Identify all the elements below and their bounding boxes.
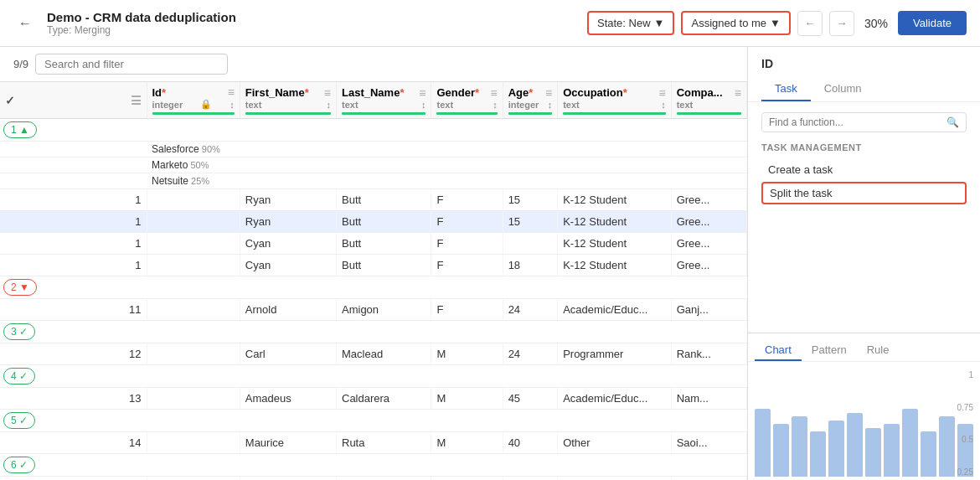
table-row: 12CarlMacleadM24ProgrammerRank...: [0, 343, 747, 365]
tab-task[interactable]: Task: [761, 77, 811, 101]
split-task-item[interactable]: Split the task: [761, 182, 967, 204]
forward-nav-button[interactable]: →: [829, 11, 854, 36]
chart-area: 1 0.75 0.5 0.25: [748, 367, 980, 480]
bar-10: [939, 416, 955, 477]
group-badge-6[interactable]: 6 ✓: [3, 457, 35, 473]
header-controls: State: New ▼ Assigned to me ▼ ← → 30% Va…: [587, 11, 967, 36]
cell-company: Gree...: [671, 255, 746, 276]
col-menu-gender[interactable]: ≡: [490, 86, 497, 100]
state-button[interactable]: State: New ▼: [587, 11, 674, 35]
bar-3: [810, 431, 826, 477]
cell-first: Ryan: [240, 189, 336, 211]
cell-company: Ganj...: [671, 299, 746, 321]
chart-tab-pattern[interactable]: Pattern: [802, 340, 857, 361]
col-header-gender: Gender* ≡ text ↕: [431, 82, 503, 119]
chart-tab-rule[interactable]: Rule: [857, 340, 900, 361]
col-menu-firstname[interactable]: ≡: [324, 86, 331, 100]
validate-button[interactable]: Validate: [898, 11, 967, 35]
tab-column[interactable]: Column: [811, 77, 875, 101]
chart-tabs: Chart Pattern Rule: [748, 340, 980, 362]
toolbar: 9/9: [0, 47, 747, 82]
search-icon: 🔍: [946, 116, 959, 128]
data-table: ✓ ☰ Id* ≡: [0, 82, 747, 480]
cell-id: [147, 432, 240, 454]
cell-id: [147, 388, 240, 410]
create-task-item[interactable]: Create a task: [761, 159, 967, 180]
cell-gender: M: [431, 388, 503, 410]
col-header-firstname: First_Name* ≡ text ↕: [240, 82, 336, 119]
cell-occupation: K-12 Student: [558, 211, 672, 233]
group-badge-5[interactable]: 5 ✓: [3, 412, 35, 429]
right-panel-top: ID Task Column 🔍 TASK MANAGEMENT Create …: [748, 47, 980, 333]
back-button[interactable]: ←: [13, 12, 37, 35]
group-badge-3[interactable]: 3 ✓: [3, 323, 35, 340]
find-function-wrapper[interactable]: 🔍: [761, 112, 967, 132]
table-row: 11ArnoldAmigonF24Academic/Educ...Ganj...: [0, 299, 747, 321]
cell-occupation: Academic/Educ...: [558, 299, 672, 321]
progress-indicator: 30%: [864, 17, 888, 30]
bar-4: [828, 421, 844, 477]
cell-age: 24: [503, 299, 558, 321]
cell-first: Arnold: [240, 299, 336, 321]
cell-gender: M: [431, 432, 503, 454]
cell-occupation: K-12 Student: [558, 189, 672, 211]
cell-id: [147, 255, 240, 276]
cell-id: [147, 233, 240, 255]
page-subtitle: Type: Merging: [47, 24, 587, 36]
cell-id: [147, 189, 240, 211]
chart-tab-chart[interactable]: Chart: [755, 340, 802, 361]
cell-company: Nam...: [671, 388, 746, 410]
cell-gender: M: [431, 343, 503, 365]
col-menu-occupation[interactable]: ≡: [658, 86, 665, 100]
cell-first: Carl: [240, 343, 336, 365]
cell-occupation: Executive/Man...: [558, 477, 672, 481]
table-row: 13AmadeusCaldareraM45Academic/Educ...Nam…: [0, 388, 747, 410]
bar-chart: [755, 370, 973, 477]
cell-age: 15: [503, 189, 558, 211]
find-function-input[interactable]: [769, 116, 946, 128]
col-menu-age[interactable]: ≡: [545, 86, 552, 100]
cell-last: Maclead: [337, 343, 431, 365]
col-menu-company[interactable]: ≡: [735, 86, 741, 100]
col-menu-id[interactable]: ≡: [228, 85, 235, 99]
cell-occupation: Academic/Educ...: [558, 388, 672, 410]
cell-gender: M: [431, 477, 503, 481]
cell-last: Amigon: [337, 299, 431, 321]
cell-gender: F: [431, 255, 503, 276]
source-name: Netsuite 25%: [147, 173, 240, 189]
search-input[interactable]: [44, 58, 219, 70]
bar-8: [902, 409, 918, 477]
select-all-checkbox[interactable]: ✓: [5, 94, 15, 107]
group-badge-4[interactable]: 4 ✓: [3, 368, 35, 385]
cell-last: Albares: [337, 477, 431, 481]
cell-company: Gree...: [671, 233, 746, 255]
assigned-button[interactable]: Assigned to me ▼: [681, 11, 790, 35]
chevron-down-icon: ▼: [654, 17, 665, 29]
cell-age: 45: [503, 388, 558, 410]
group-row: 6 ✓: [0, 454, 747, 477]
cell-company: Rank...: [671, 343, 746, 365]
cell-last: Butt: [337, 255, 431, 276]
col-header-company: Compa... ≡ text: [671, 82, 746, 119]
group-row: 2 ▼: [0, 276, 747, 299]
cell-company: Gree...: [671, 189, 746, 211]
source-row: Netsuite 25%: [0, 173, 747, 189]
cell-gender: F: [431, 211, 503, 233]
group-badge-1[interactable]: 1 ▲: [3, 121, 37, 138]
table-row: 1CyanButtF18K-12 StudentGree...: [0, 255, 747, 276]
cell-first: Cyan: [240, 233, 336, 255]
cell-id: [147, 211, 240, 233]
cell-first: Maurice: [240, 432, 336, 454]
group-badge-2[interactable]: 2 ▼: [3, 279, 37, 296]
back-nav-button[interactable]: ←: [797, 11, 823, 36]
bar-0: [755, 409, 771, 477]
search-box[interactable]: [35, 54, 228, 75]
chevron-down-icon: ▼: [770, 17, 781, 29]
col-header-occupation: Occupation* ≡ text ↕: [558, 82, 672, 119]
cell-last: Butt: [337, 189, 431, 211]
column-settings-icon[interactable]: ☰: [131, 94, 142, 107]
cell-occupation: K-12 Student: [558, 255, 672, 276]
col-menu-lastname[interactable]: ≡: [419, 86, 426, 100]
group-row: 3 ✓: [0, 321, 747, 343]
chart-y-labels: 1 0.75 0.5 0.25: [957, 370, 973, 477]
